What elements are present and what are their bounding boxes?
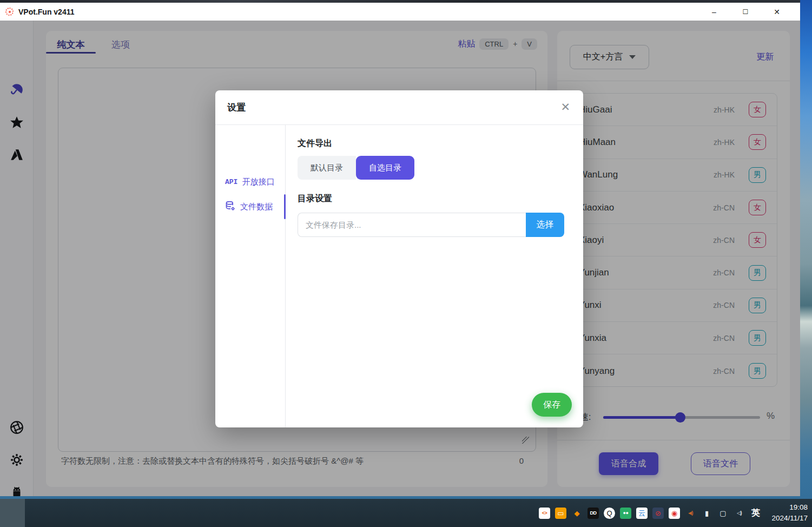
window-app-icon[interactable]: ▭ (555, 508, 566, 519)
custom-directory-option[interactable]: 自选目录 (356, 156, 414, 180)
database-gear-icon (225, 201, 236, 213)
api-icon: API (225, 178, 237, 186)
settings-modal-title: 设置 (227, 101, 246, 114)
minimize-button[interactable]: – (698, 3, 730, 21)
choose-directory-button[interactable]: 选择 (526, 213, 564, 237)
network-icon[interactable]: ▢ (717, 508, 729, 519)
shield-icon[interactable]: ◆ (571, 508, 583, 519)
dd-app-icon[interactable]: DD (587, 508, 599, 519)
code-app-icon[interactable]: <> (539, 508, 550, 519)
settings-nav: API 开放接口 文件数据 (215, 125, 286, 427)
modal-close-icon[interactable]: ✕ (560, 101, 570, 113)
nav-file-data-label: 文件数据 (240, 202, 273, 212)
directory-mode-segmented: 默认目录 自选目录 (298, 156, 414, 180)
system-tray: <>▭◆DDQ●●云⊘◉◀)▮▢◁)英 (539, 499, 760, 527)
speaker-icon[interactable]: ◁) (734, 508, 745, 519)
start-button[interactable] (0, 499, 25, 527)
nav-item-file-data[interactable]: 文件数据 (225, 199, 273, 215)
taskbar-clock[interactable]: 19:08 2024/11/17 (762, 502, 808, 523)
colored-circles-icon[interactable]: ◉ (669, 508, 680, 519)
maximize-button[interactable]: ☐ (730, 3, 761, 21)
cloud-note-icon[interactable]: 云 (636, 508, 648, 519)
titlebar: VPot.Fun v2411 – ☐ ✕ (0, 3, 800, 21)
wechat-icon[interactable]: ●● (620, 508, 631, 519)
input-method-indicator[interactable]: 英 (751, 508, 760, 519)
volume-horn-icon[interactable]: ◀) (685, 508, 696, 519)
taskbar: <>▭◆DDQ●●云⊘◉◀)▮▢◁)英 19:08 2024/11/17 (0, 499, 812, 527)
app-title: VPot.Fun v2411 (18, 8, 74, 16)
save-button[interactable]: 保存 (532, 393, 572, 417)
settings-modal-header: 设置 ✕ (215, 90, 583, 125)
taskbar-time: 19:08 (762, 502, 808, 513)
default-directory-option[interactable]: 默认目录 (298, 156, 356, 180)
directory-input[interactable] (298, 213, 526, 237)
remote-block-icon[interactable]: ⊘ (652, 508, 664, 519)
taskbar-date: 2024/11/17 (762, 513, 808, 524)
app-window: VPot.Fun v2411 – ☐ ✕ 纯文本 选项 (0, 3, 800, 496)
nav-open-api-label: 开放接口 (242, 177, 274, 187)
app-logo-icon (5, 8, 14, 16)
settings-modal: 设置 ✕ API 开放接口 文件数据 文件导出 默认目录 自选目录 目录设置 选… (215, 90, 583, 427)
nav-item-open-api[interactable]: API 开放接口 (225, 174, 274, 190)
nav-active-indicator (284, 194, 286, 219)
directory-setting-title: 目录设置 (298, 193, 332, 205)
qq-icon[interactable]: Q (604, 508, 615, 519)
file-export-title: 文件导出 (298, 138, 332, 149)
directory-input-group: 选择 (298, 213, 564, 237)
close-window-button[interactable]: ✕ (761, 3, 793, 21)
battery-icon[interactable]: ▮ (701, 508, 712, 519)
